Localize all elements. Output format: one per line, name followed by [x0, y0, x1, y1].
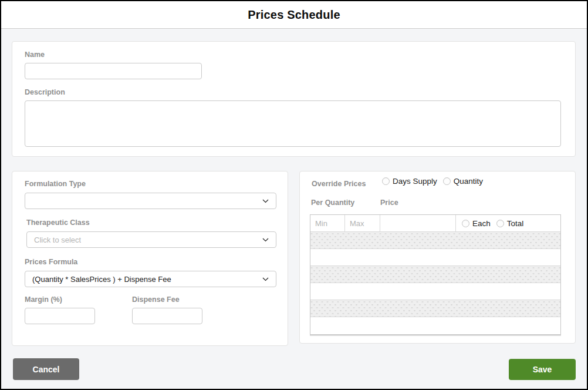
price-table-row	[310, 232, 560, 249]
dialog-header: Prices Schedule	[1, 1, 587, 29]
chevron-down-icon	[262, 238, 269, 242]
save-button[interactable]: Save	[509, 359, 576, 380]
therapeutic-class-select[interactable]: Click to select	[26, 231, 276, 248]
chevron-down-icon	[262, 199, 269, 203]
description-label: Description	[25, 88, 65, 96]
price-table-row	[310, 266, 560, 283]
margin-input[interactable]	[25, 308, 95, 324]
quantity-radio-option[interactable]: Quantity	[443, 177, 483, 186]
price-table: Each Total	[310, 214, 561, 335]
price-table-row	[310, 300, 560, 317]
price-rows	[310, 232, 560, 334]
total-radio-label: Total	[507, 219, 524, 228]
min-input[interactable]	[310, 215, 344, 231]
override-prices-card: Override Prices Days Supply Quantity Per…	[299, 171, 576, 344]
each-radio-label: Each	[472, 219, 491, 228]
max-input[interactable]	[345, 215, 380, 231]
price-label: Price	[380, 199, 398, 207]
price-table-row	[310, 317, 560, 334]
price-input[interactable]	[380, 215, 455, 231]
name-input[interactable]	[25, 63, 202, 79]
each-radio-option[interactable]: Each	[462, 219, 491, 228]
prices-formula-value: (Quantity * SalesPrices ) + Dispense Fee	[32, 275, 171, 284]
total-radio-option[interactable]: Total	[496, 219, 524, 228]
dispense-fee-label: Dispense Fee	[132, 295, 180, 304]
chevron-down-icon	[262, 277, 269, 281]
unit-cell: Each Total	[456, 215, 560, 231]
therapeutic-class-placeholder: Click to select	[34, 236, 81, 244]
therapeutic-class-label: Therapeutic Class	[26, 218, 90, 227]
dispense-fee-input[interactable]	[132, 308, 202, 324]
prices-formula-label: Prices Formula	[25, 258, 77, 266]
margin-label: Margin (%)	[25, 295, 62, 304]
per-quantity-label: Per Quantity	[311, 199, 354, 207]
prices-formula-select[interactable]: (Quantity * SalesPrices ) + Dispense Fee	[25, 271, 276, 287]
general-info-card: Name Description	[12, 41, 576, 157]
each-radio[interactable]	[462, 220, 469, 227]
page-title: Prices Schedule	[248, 8, 340, 22]
name-label: Name	[25, 51, 45, 59]
days-supply-radio[interactable]	[382, 177, 390, 185]
price-table-header-row: Each Total	[310, 215, 560, 232]
price-table-row	[310, 249, 560, 266]
override-mode-radio-group: Days Supply Quantity	[382, 177, 483, 186]
formula-settings-card: Formulation Type Therapeutic Class Click…	[12, 171, 288, 346]
description-textarea[interactable]	[25, 100, 561, 147]
override-prices-label: Override Prices	[312, 180, 366, 188]
days-supply-radio-option[interactable]: Days Supply	[382, 177, 437, 186]
prices-schedule-dialog: Prices Schedule Name Description Formula…	[0, 0, 588, 390]
price-table-row	[310, 283, 560, 300]
cancel-button[interactable]: Cancel	[13, 358, 79, 380]
total-radio[interactable]	[496, 220, 504, 227]
max-cell	[345, 215, 380, 231]
price-cell	[380, 215, 456, 231]
days-supply-radio-label: Days Supply	[393, 177, 437, 186]
quantity-radio[interactable]	[443, 177, 451, 185]
quantity-radio-label: Quantity	[454, 177, 483, 186]
formulation-type-label: Formulation Type	[25, 180, 86, 188]
min-cell	[310, 215, 345, 231]
formulation-type-select[interactable]	[25, 193, 276, 209]
